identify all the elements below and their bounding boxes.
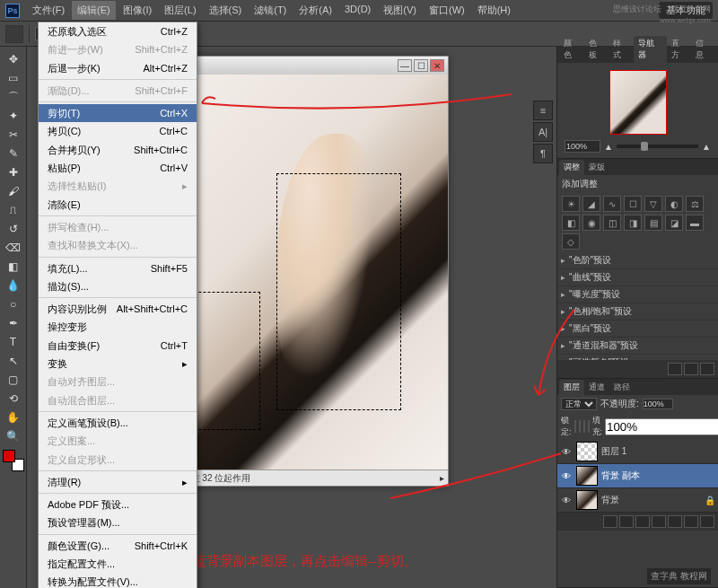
adjustment-layer-icon[interactable] [652, 515, 666, 528]
zoom-in-icon[interactable]: ▲ [702, 142, 711, 152]
brush-tool[interactable]: 🖌 [4, 182, 23, 200]
navigator-thumbnail[interactable] [609, 70, 667, 135]
dd-find[interactable]: 查找和替换文本(X)... [39, 236, 197, 254]
dd-define-shape[interactable]: 定义自定形状... [39, 451, 197, 469]
layer-thumbnail[interactable] [576, 442, 598, 461]
layer-thumbnail[interactable] [576, 490, 598, 510]
history-panel-icon[interactable]: ≡ [533, 101, 553, 120]
tab-layers[interactable]: 图层 [559, 380, 584, 395]
tab-color[interactable]: 颜色 [559, 36, 584, 63]
heal-tool[interactable]: ✚ [4, 163, 23, 181]
dd-undo[interactable]: 还原载入选区Ctrl+Z [39, 22, 197, 40]
preset-hue[interactable]: "色相/饱和"预设 [557, 303, 718, 320]
curves-icon[interactable]: ∿ [603, 196, 621, 212]
dd-fade[interactable]: 渐隐(D)...Shift+Ctrl+F [39, 82, 197, 100]
delete-layer-icon[interactable] [700, 515, 714, 528]
menu-select[interactable]: 选择(S) [204, 1, 248, 20]
exposure-icon[interactable]: ☐ [624, 196, 642, 212]
colorbalance-icon[interactable]: ⚖ [686, 196, 704, 212]
dd-assign-profile[interactable]: 指定配置文件... [39, 555, 197, 573]
preset-bw[interactable]: "黑白"预设 [557, 320, 718, 338]
dd-copy[interactable]: 拷贝(C)Ctrl+C [39, 122, 197, 140]
tab-paths[interactable]: 路径 [609, 380, 635, 395]
dd-define-pattern[interactable]: 定义图案... [39, 432, 197, 450]
fg-bg-color[interactable] [3, 450, 24, 471]
channelmixer-icon[interactable]: ◫ [603, 215, 621, 231]
wand-tool[interactable]: ✦ [4, 107, 23, 125]
tab-histogram[interactable]: 直方 [667, 36, 692, 63]
menu-window[interactable]: 窗口(W) [424, 1, 470, 20]
menu-help[interactable]: 帮助(H) [472, 1, 516, 20]
visibility-icon[interactable]: 👁 [560, 494, 573, 506]
layer-row[interactable]: 👁 图层 1 [557, 440, 718, 464]
lock-all-icon[interactable] [588, 420, 590, 433]
preset-curves[interactable]: "曲线"预设 [557, 269, 718, 286]
marquee-tool[interactable]: ▭ [4, 69, 23, 87]
layer-row-selected[interactable]: 👁 背景 副本 [557, 464, 718, 488]
path-tool[interactable]: ↖ [4, 352, 23, 370]
adj-delete-icon[interactable] [700, 363, 714, 375]
stamp-tool[interactable]: ⎍ [4, 201, 23, 219]
zoom-out-icon[interactable]: ▲ [604, 142, 613, 152]
preset-levels[interactable]: "色阶"预设 [557, 252, 718, 269]
tab-swatches[interactable]: 色板 [584, 36, 609, 63]
shape-tool[interactable]: ▢ [4, 371, 23, 389]
history-brush-tool[interactable]: ↺ [4, 220, 23, 238]
threshold-icon[interactable]: ◪ [665, 215, 683, 231]
preset-mixer[interactable]: "通道混和器"预设 [557, 338, 718, 355]
posterize-icon[interactable]: ▤ [644, 215, 662, 231]
dd-copy-merged[interactable]: 合并拷贝(Y)Shift+Ctrl+C [39, 141, 197, 159]
eyedropper-tool[interactable]: ✎ [4, 145, 23, 162]
preset-exposure[interactable]: "曝光度"预设 [557, 286, 718, 303]
menu-analysis[interactable]: 分析(A) [293, 1, 337, 20]
vibrance-icon[interactable]: ▽ [644, 196, 662, 212]
dd-paste-special[interactable]: 选择性粘贴(I)▸ [39, 177, 197, 195]
dd-step-forward[interactable]: 前进一步(W)Shift+Ctrl+Z [39, 40, 197, 58]
layer-fx-icon[interactable] [619, 515, 634, 528]
adj-btn2[interactable] [684, 363, 698, 375]
dd-content-aware[interactable]: 内容识别比例Alt+Shift+Ctrl+C [39, 300, 197, 318]
menu-image[interactable]: 图像(I) [118, 1, 157, 20]
blend-mode-select[interactable]: 正常 [561, 398, 597, 410]
selectivecolor-icon[interactable]: ◇ [562, 233, 580, 250]
link-layers-icon[interactable] [603, 515, 617, 528]
close-button[interactable]: ✕ [430, 59, 444, 72]
blur-tool[interactable]: 💧 [4, 276, 23, 294]
zoom-tool[interactable]: 🔍 [4, 427, 23, 445]
lock-pixels-icon[interactable] [579, 420, 581, 433]
dd-purge[interactable]: 清理(R)▸ [39, 473, 197, 491]
hue-icon[interactable]: ◐ [665, 196, 683, 212]
dd-fill[interactable]: 填充(L)...Shift+F5 [39, 259, 197, 277]
tab-styles[interactable]: 样式 [609, 36, 634, 63]
gradientmap-icon[interactable]: ▬ [686, 215, 704, 231]
lock-trans-icon[interactable] [574, 420, 576, 433]
current-tool-icon[interactable] [5, 25, 23, 43]
brightness-icon[interactable]: ☀ [562, 196, 580, 212]
opacity-input[interactable] [643, 399, 673, 409]
menu-filter[interactable]: 滤镜(T) [249, 1, 292, 20]
menu-view[interactable]: 视图(V) [378, 1, 422, 20]
type-tool[interactable]: T [4, 333, 23, 351]
visibility-icon[interactable]: 👁 [560, 470, 573, 482]
adj-btn1[interactable] [668, 363, 682, 375]
dd-step-backward[interactable]: 后退一步(K)Alt+Ctrl+Z [39, 59, 197, 77]
invert-icon[interactable]: ◨ [624, 215, 642, 231]
layer-name[interactable]: 背景 副本 [601, 470, 640, 482]
menu-file[interactable]: 文件(F) [27, 1, 70, 20]
gradient-tool[interactable]: ◧ [4, 258, 23, 276]
menu-layer[interactable]: 图层(L) [159, 1, 201, 20]
dd-auto-blend[interactable]: 自动混合图层... [39, 391, 197, 409]
menu-3d[interactable]: 3D(D) [339, 1, 376, 20]
fill-input[interactable] [605, 418, 718, 435]
lasso-tool[interactable]: ⌒ [4, 88, 23, 106]
minimize-button[interactable]: — [398, 59, 412, 72]
crop-tool[interactable]: ✂ [4, 126, 23, 144]
dd-spell[interactable]: 拼写检查(H)... [39, 218, 197, 236]
dd-preset-manager[interactable]: 预设管理器(M)... [39, 513, 197, 531]
lock-position-icon[interactable] [583, 420, 585, 433]
tab-navigator[interactable]: 导航器 [634, 36, 667, 63]
tab-channels[interactable]: 通道 [584, 380, 609, 395]
dd-stroke[interactable]: 描边(S)... [39, 277, 197, 295]
dd-adobe-pdf[interactable]: Adobe PDF 预设... [39, 496, 197, 513]
layer-thumbnail[interactable] [576, 466, 598, 486]
